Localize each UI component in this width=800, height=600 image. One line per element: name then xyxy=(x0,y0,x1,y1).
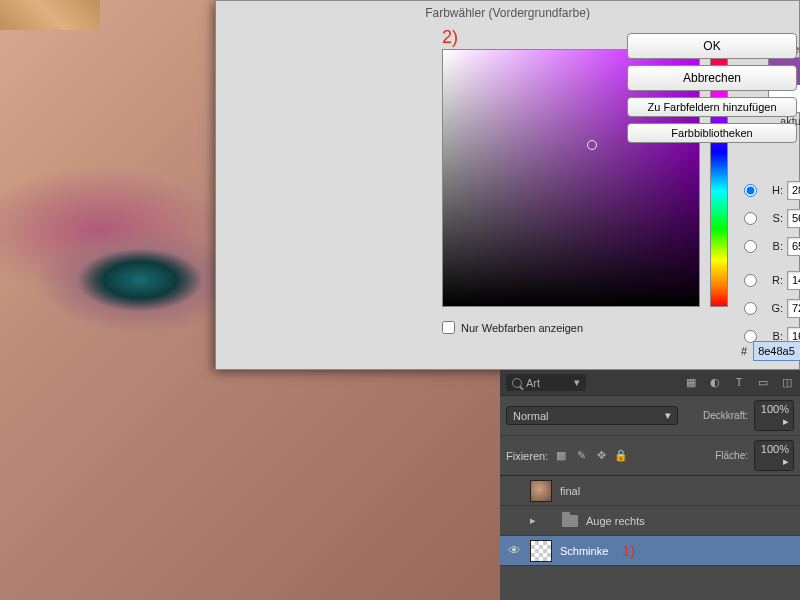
lock-position-icon[interactable]: ✥ xyxy=(594,449,608,462)
filter-pixel-icon[interactable]: ▦ xyxy=(684,376,698,389)
layer-filter[interactable]: Art ▾ xyxy=(506,374,586,391)
hex-hash: # xyxy=(741,345,747,357)
s-label: S: xyxy=(761,212,783,224)
h-radio[interactable] xyxy=(744,184,757,197)
opacity-label: Deckkraft: xyxy=(703,410,748,421)
layer-group-row[interactable]: ▸ Auge rechts xyxy=(500,506,800,536)
color-libraries-button[interactable]: Farbbibliotheken xyxy=(627,123,797,143)
b-hsb-input[interactable] xyxy=(787,237,800,256)
filter-smart-icon[interactable]: ◫ xyxy=(780,376,794,389)
add-swatch-button[interactable]: Zu Farbfeldern hinzufügen xyxy=(627,97,797,117)
web-colors-label: Nur Webfarben anzeigen xyxy=(461,322,583,334)
blend-mode-value: Normal xyxy=(513,410,548,422)
layers-panel: Art ▾ ▦ ◐ T ▭ ◫ Normal▾ Deckkraft: 100% … xyxy=(500,370,800,600)
color-picker-dialog: Farbwähler (Vordergrundfarbe) 2) ▷ ◁ neu… xyxy=(215,0,800,370)
layer-thumbnail[interactable] xyxy=(530,480,552,502)
tutorial-annotation-2: 2) xyxy=(442,27,458,48)
hex-input[interactable] xyxy=(753,341,800,361)
lock-all-icon[interactable]: 🔒 xyxy=(614,449,628,462)
r-radio[interactable] xyxy=(744,274,757,287)
s-radio[interactable] xyxy=(744,212,757,225)
b-hsb-radio[interactable] xyxy=(744,240,757,253)
filter-type: Art xyxy=(526,377,540,389)
fill-label: Fläche: xyxy=(715,450,748,461)
layer-name[interactable]: Auge rechts xyxy=(586,515,645,527)
layer-name[interactable]: final xyxy=(560,485,580,497)
tutorial-annotation-1: 1) xyxy=(622,543,634,559)
cancel-button[interactable]: Abbrechen xyxy=(627,65,797,91)
filter-shape-icon[interactable]: ▭ xyxy=(756,376,770,389)
visibility-toggle[interactable]: 👁 xyxy=(506,543,522,558)
h-input[interactable] xyxy=(787,181,800,200)
g-input[interactable] xyxy=(787,299,800,318)
dialog-title: Farbwähler (Vordergrundfarbe) xyxy=(216,1,799,25)
layer-name[interactable]: Schminke xyxy=(560,545,608,557)
r-input[interactable] xyxy=(787,271,800,290)
lock-paint-icon[interactable]: ✎ xyxy=(574,449,588,462)
folder-icon xyxy=(562,515,578,527)
filter-adjust-icon[interactable]: ◐ xyxy=(708,376,722,389)
sv-cursor[interactable] xyxy=(587,140,597,150)
web-colors-checkbox[interactable] xyxy=(442,321,455,334)
ok-button[interactable]: OK xyxy=(627,33,797,59)
lock-transparency-icon[interactable]: ▩ xyxy=(554,449,568,462)
web-colors-only[interactable]: Nur Webfarben anzeigen xyxy=(442,321,583,334)
layer-row-selected[interactable]: 👁 Schminke 1) xyxy=(500,536,800,566)
search-icon xyxy=(512,378,522,388)
filter-type-icon[interactable]: T xyxy=(732,376,746,389)
s-input[interactable] xyxy=(787,209,800,228)
b-hsb-label: B: xyxy=(761,240,783,252)
r-label: R: xyxy=(761,274,783,286)
blend-mode-select[interactable]: Normal▾ xyxy=(506,406,678,425)
lock-label: Fixieren: xyxy=(506,450,548,462)
layer-row[interactable]: final xyxy=(500,476,800,506)
opacity-input[interactable]: 100% ▸ xyxy=(754,400,794,431)
disclosure-triangle[interactable]: ▸ xyxy=(530,514,540,527)
g-radio[interactable] xyxy=(744,302,757,315)
h-label: H: xyxy=(761,184,783,196)
fill-input[interactable]: 100% ▸ xyxy=(754,440,794,471)
layer-thumbnail[interactable] xyxy=(530,540,552,562)
g-label: G: xyxy=(761,302,783,314)
